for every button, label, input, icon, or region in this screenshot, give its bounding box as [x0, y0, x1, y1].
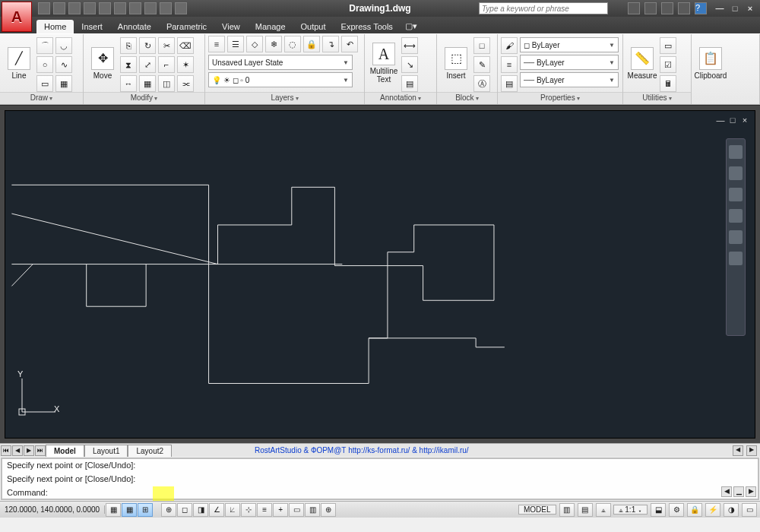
layer-states-icon[interactable]: ☰ — [227, 36, 244, 52]
lwt-toggle[interactable]: ≡ — [257, 503, 272, 517]
ortho-toggle[interactable]: ⊞ — [138, 503, 153, 517]
polyline-icon[interactable]: ⌒ — [36, 37, 53, 54]
rect-icon[interactable]: ▭ — [36, 75, 53, 92]
tab-extra-icon[interactable]: ▢▾ — [401, 19, 422, 33]
maximize-button[interactable]: □ — [728, 4, 742, 13]
cleanscreen-icon[interactable]: ▭ — [742, 503, 757, 517]
tpy-toggle[interactable]: + — [273, 503, 288, 517]
help-icon[interactable]: ? — [695, 2, 707, 14]
qat-redo-icon[interactable] — [99, 2, 111, 14]
qat-publish-icon[interactable] — [144, 2, 157, 14]
layer-iso-icon[interactable]: ◇ — [246, 36, 263, 52]
tab-express[interactable]: Express Tools — [334, 20, 401, 33]
ws-switch-icon[interactable]: ⚙ — [669, 503, 684, 517]
select-icon[interactable]: ▭ — [660, 37, 676, 54]
dyn-toggle[interactable]: ⊹ — [241, 503, 256, 517]
tab-prev-icon[interactable]: ◀ — [12, 445, 23, 456]
attr-icon[interactable]: Ⓐ — [473, 75, 490, 92]
lineweight-dropdown[interactable]: ── ByLayer▼ — [520, 72, 619, 87]
tab-view[interactable]: View — [214, 20, 248, 33]
qselect-icon[interactable]: ☑ — [660, 56, 676, 73]
qat-save-icon[interactable] — [68, 2, 81, 14]
linetype-dropdown[interactable]: ── ByLayer▼ — [520, 55, 619, 70]
panel-block-title[interactable]: Block — [437, 92, 497, 104]
edit-block-icon[interactable]: ✎ — [473, 56, 490, 73]
grid-toggle[interactable]: ▦ — [122, 503, 137, 517]
hscroll-right-icon[interactable]: ▶ — [746, 445, 757, 456]
explode-icon[interactable]: ✶ — [177, 56, 194, 73]
prop-palette-icon[interactable]: ▤ — [501, 75, 518, 92]
stretch-icon[interactable]: ↔ — [120, 75, 137, 92]
qat-more-icon[interactable] — [175, 2, 187, 14]
osnap-toggle[interactable]: ◻ — [177, 503, 192, 517]
layer-freeze-icon[interactable]: ❄ — [265, 36, 282, 52]
qat-undo-icon[interactable] — [84, 2, 96, 14]
panel-modify-title[interactable]: Modify — [84, 92, 204, 104]
space-indicator[interactable]: MODEL — [518, 505, 556, 515]
hscroll-left-icon[interactable]: ◀ — [733, 445, 743, 456]
leader-icon[interactable]: ↘ — [401, 56, 418, 73]
cmd-scroll-right-icon[interactable]: ▶ — [746, 486, 756, 497]
tab-next-icon[interactable]: ▶ — [24, 445, 34, 456]
layer-state-dropdown[interactable]: Unsaved Layer State▼ — [208, 55, 353, 70]
model-viewport[interactable]: — □ × Y X — [5, 110, 755, 439]
search-go-icon[interactable] — [628, 2, 640, 14]
color-dropdown[interactable]: ◻ ByLayer▼ — [520, 37, 619, 52]
isolate-icon[interactable]: ◑ — [724, 503, 739, 517]
scale-icon[interactable]: ⤢ — [139, 56, 156, 73]
cmd-scroll-left-icon[interactable]: ◀ — [721, 486, 732, 497]
exchange-icon[interactable] — [661, 2, 673, 14]
app-menu-button[interactable]: A — [2, 2, 32, 32]
annoscale-icon[interactable]: ⟁ — [596, 503, 611, 517]
tab-home[interactable]: Home — [36, 20, 74, 33]
snap-toggle[interactable]: ▦ — [106, 503, 121, 517]
layer-match-icon[interactable]: ↴ — [322, 36, 339, 52]
hardware-accel-icon[interactable]: ⚡ — [705, 503, 720, 517]
search-input[interactable] — [479, 2, 608, 14]
match-prop-icon[interactable]: 🖌 — [501, 37, 518, 54]
tab-layout1[interactable]: Layout1 — [84, 445, 128, 457]
table-icon[interactable]: ▤ — [401, 75, 418, 92]
qat-print-icon[interactable] — [114, 2, 126, 14]
array-icon[interactable]: ▦ — [139, 75, 156, 92]
line-button[interactable]: ╱ Line — [3, 36, 35, 90]
tab-annotate[interactable]: Annotate — [110, 20, 159, 33]
circle-icon[interactable]: ○ — [36, 56, 53, 73]
spline-icon[interactable]: ∿ — [55, 56, 72, 73]
copy-icon[interactable]: ⎘ — [120, 37, 137, 54]
hatch-icon[interactable]: ▦ — [55, 75, 72, 92]
toolbar-lock-icon[interactable]: 🔒 — [687, 503, 702, 517]
layer-current-dropdown[interactable]: 💡 ☀ ◻ ▫ 0▼ — [208, 72, 353, 87]
tab-first-icon[interactable]: ⏮ — [1, 445, 11, 456]
quickview-drawings-icon[interactable]: ▤ — [578, 503, 593, 517]
tab-layout2[interactable]: Layout2 — [128, 445, 172, 457]
tab-model[interactable]: Model — [46, 445, 84, 457]
subscription-icon[interactable] — [644, 2, 657, 14]
tab-insert[interactable]: Insert — [74, 20, 110, 33]
measure-button[interactable]: 📏 Measure — [626, 36, 658, 90]
qp-toggle[interactable]: ▭ — [289, 503, 304, 517]
cmd-prompt[interactable]: Command: — [7, 488, 753, 497]
qat-plot-icon[interactable] — [129, 2, 141, 14]
layer-lock-icon[interactable]: 🔒 — [303, 36, 320, 52]
favorites-icon[interactable] — [678, 2, 690, 14]
tab-parametric[interactable]: Parametric — [159, 20, 214, 33]
mirror-icon[interactable]: ⧗ — [120, 56, 137, 73]
ducs-toggle[interactable]: ⟀ — [225, 503, 240, 517]
layer-prev-icon[interactable]: ↶ — [341, 36, 358, 52]
minimize-button[interactable]: — — [713, 4, 727, 13]
3dosnap-toggle[interactable]: ◨ — [193, 503, 208, 517]
panel-annotation-title[interactable]: Annotation — [365, 92, 436, 104]
trim-icon[interactable]: ✂ — [158, 37, 175, 54]
panel-layers-title[interactable]: Layers — [205, 92, 364, 104]
tab-output[interactable]: Output — [293, 20, 334, 33]
annovis-icon[interactable]: ⬓ — [651, 503, 666, 517]
polar-toggle[interactable]: ⊕ — [161, 503, 176, 517]
panel-properties-title[interactable]: Properties — [498, 92, 622, 104]
watermark-link[interactable]: RostArtStudio & ФОРМ@Т http://ks-format.… — [255, 446, 469, 454]
layer-prop-icon[interactable]: ≡ — [208, 36, 225, 52]
tab-manage[interactable]: Manage — [248, 20, 293, 33]
rotate-icon[interactable]: ↻ — [139, 37, 156, 54]
join-icon[interactable]: ⫘ — [177, 75, 194, 92]
list-icon[interactable]: ≡ — [501, 56, 518, 73]
